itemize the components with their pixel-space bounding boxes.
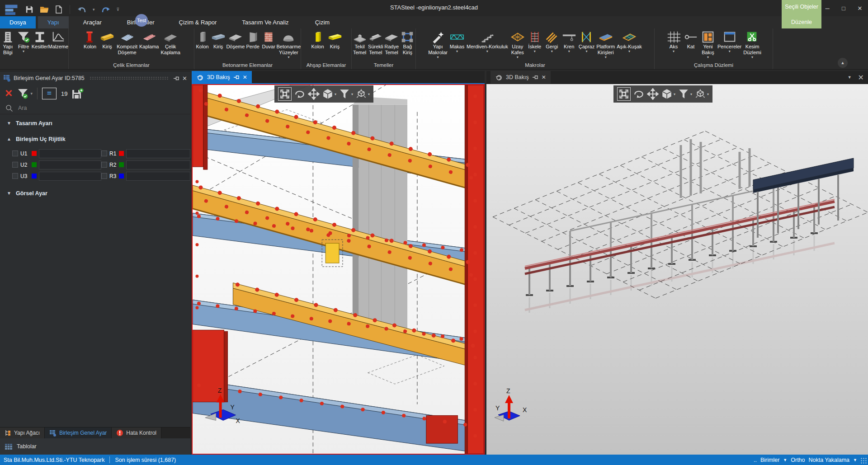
menu-tab-tasarim-analiz[interactable]: Tasarım Ve Analiz <box>236 16 295 28</box>
ribbon-item-yapi-bilgi[interactable]: YapıBilgi <box>0 30 16 56</box>
viewport-3d-overview[interactable]: Z Y X <box>486 84 868 455</box>
snap-caret[interactable]: ▼ <box>853 458 857 462</box>
ribbon-item-kaplama[interactable]: Kaplama <box>138 30 160 50</box>
units-caret[interactable]: ▼ <box>783 458 787 462</box>
ribbon-item-ba-kolon[interactable]: Kolon <box>194 30 210 50</box>
view-filter-button[interactable]: ▾ <box>339 88 353 100</box>
section-gorsel-ayar[interactable]: ▼ Görsel Ayar <box>0 186 190 200</box>
tab-yapi-agaci[interactable]: Yapı Ağacı <box>0 427 45 438</box>
pin-icon[interactable] <box>173 75 179 81</box>
r3-input[interactable] <box>126 172 190 181</box>
ribbon-item-iskele[interactable]: İskele <box>526 30 543 53</box>
ribbon-item-ba-kiris[interactable]: Kiriş <box>210 30 226 50</box>
orbit-button[interactable] <box>294 88 306 100</box>
orbit-button[interactable] <box>633 88 645 100</box>
ribbon-item-ba-doseme[interactable]: Döşeme <box>226 30 245 50</box>
zoom-fit-button[interactable] <box>617 87 631 101</box>
ribbon-item-kat[interactable]: Kat <box>682 30 699 50</box>
units-button[interactable]: Birimler <box>760 457 779 463</box>
ribbon-item-kesim-duzlemi[interactable]: KesimDüzlemi <box>742 30 762 59</box>
u1-checkbox[interactable] <box>12 150 18 156</box>
resize-grip[interactable] <box>861 458 867 464</box>
ribbon-item-duvar[interactable]: Duvar <box>261 30 277 50</box>
tab-birlesim-genel-ayar[interactable]: Birleşim Genel Ayar <box>45 427 112 438</box>
section-birlesim-uc-rijitlik[interactable]: ▲ Birleşim Uç Rijitlik <box>0 132 190 146</box>
menu-tab-cizim-rapor[interactable]: Çizim & Rapor <box>173 16 223 28</box>
r2-input[interactable] <box>126 160 190 169</box>
pan-button[interactable] <box>308 88 320 100</box>
ribbon-item-bag-kiris[interactable]: BağKiriş <box>400 30 415 56</box>
ribbon-collapse-button[interactable]: ▲ <box>838 58 848 68</box>
ortho-toggle[interactable]: Ortho <box>791 457 805 463</box>
viewport1-tab[interactable]: 3D Bakış ✕ <box>192 71 252 83</box>
panel-close-icon[interactable]: ✕ <box>182 75 187 82</box>
ribbon-item-merdiven-korkuluk[interactable]: Merdiven-Korkuluk <box>466 30 509 53</box>
menu-tab-araclar[interactable]: Araçlar <box>77 16 108 28</box>
ribbon-item-ba-yuzeyler[interactable]: BetonarmeYüzeyler <box>277 30 301 59</box>
ribbon-item-aks[interactable]: Aks <box>665 30 682 53</box>
ribbon-item-kesitler[interactable]: Kesitler <box>31 30 48 50</box>
save-apply-icon[interactable] <box>72 88 84 99</box>
close-icon[interactable]: ✕ <box>858 73 864 82</box>
menu-tab-dosya[interactable]: Dosya <box>0 16 36 28</box>
ribbon-item-ahsap-kiris[interactable]: Kiriş <box>326 30 344 50</box>
menu-tab-yapi[interactable]: Yapı <box>38 16 69 28</box>
r3-checkbox[interactable] <box>101 173 107 179</box>
maximize-button[interactable]: □ <box>835 0 852 16</box>
pin-icon[interactable] <box>233 75 240 80</box>
ribbon-item-celik-kiris[interactable]: Kiriş <box>99 30 116 50</box>
status-dots[interactable]: .. <box>754 457 757 463</box>
u3-checkbox[interactable] <box>12 173 18 179</box>
ribbon-item-perde[interactable]: Perde <box>245 30 261 50</box>
minimize-button[interactable]: ─ <box>819 0 835 16</box>
ribbon-item-kompozit-doseme[interactable]: KompozitDöşeme <box>116 30 138 56</box>
ribbon-item-filtre[interactable]: Filtre <box>16 30 32 53</box>
ribbon-item-platform-kirisleri[interactable]: PlatformKirişleri <box>595 30 616 59</box>
ribbon-item-pencereler[interactable]: Pencereler <box>717 30 742 53</box>
ribbon-item-asik-kusak[interactable]: Aşık-Kuşak <box>616 30 643 53</box>
ribbon-item-gergi[interactable]: Gergi <box>543 30 561 53</box>
u2-input[interactable] <box>39 160 101 169</box>
projection-button[interactable]: ▾ <box>355 88 370 100</box>
ribbon-item-yeni-bakis[interactable]: YeniBakış <box>699 30 717 59</box>
ribbon-item-tekil-temel[interactable]: TekilTemel <box>352 30 368 56</box>
tables-bar[interactable]: Tablolar <box>0 438 190 455</box>
pan-button[interactable] <box>647 88 659 100</box>
u2-checkbox[interactable] <box>12 162 18 168</box>
panel-drag-strip[interactable] <box>90 76 168 80</box>
ribbon-item-surekli-temel[interactable]: SürekliTemel <box>368 30 383 56</box>
view-cube-button[interactable]: ▾ <box>322 88 336 100</box>
tab-list-caret[interactable]: ▼ <box>848 75 852 80</box>
r1-input[interactable] <box>126 149 190 158</box>
delete-button[interactable]: ✕ <box>5 89 13 99</box>
menu-tab-cizim[interactable]: Çizim <box>309 16 336 28</box>
projection-button[interactable]: ▾ <box>694 88 709 100</box>
ribbon-item-ahsap-kolon[interactable]: Kolon <box>309 30 326 50</box>
ribbon-item-uzay-kafes[interactable]: UzayKafes <box>509 30 526 59</box>
filter-button[interactable]: ▾ <box>17 88 33 99</box>
close-icon[interactable]: ✕ <box>542 74 546 80</box>
r2-checkbox[interactable] <box>101 162 107 168</box>
equals-filter-button[interactable]: = <box>42 88 57 99</box>
u1-input[interactable] <box>39 149 101 158</box>
search-input[interactable] <box>17 104 185 112</box>
ribbon-item-malzeme[interactable]: Malzeme <box>48 30 68 50</box>
r1-checkbox[interactable] <box>101 150 107 156</box>
ribbon-item-radye-temel[interactable]: RadyeTemel <box>384 30 400 56</box>
close-icon[interactable]: ✕ <box>243 74 247 80</box>
ribbon-item-yapi-makrolar[interactable]: YapıMakrolar <box>427 30 448 59</box>
ribbon-item-capraz[interactable]: Çapraz <box>578 30 595 53</box>
viewport2-tab[interactable]: 3D Bakış ✕ <box>491 71 551 84</box>
selected-objects-button[interactable]: Seçili Objeler Düzenle <box>782 0 821 28</box>
view-cube-button[interactable]: ▾ <box>661 88 675 100</box>
tab-hata-kontrol[interactable]: Hata Kontrol <box>112 427 161 438</box>
ribbon-item-celik-kaplama[interactable]: ÇelikKaplama <box>160 30 181 56</box>
ribbon-item-celik-kolon[interactable]: Kolon <box>81 30 99 50</box>
section-tasarim-ayari[interactable]: ▼ Tasarım Ayarı <box>0 116 190 130</box>
u3-input[interactable] <box>39 172 101 181</box>
view-filter-button[interactable]: ▾ <box>678 88 692 100</box>
pin-icon[interactable] <box>532 75 538 80</box>
zoom-fit-button[interactable] <box>278 87 292 101</box>
snap-button[interactable]: Nokta Yakalama <box>809 457 850 463</box>
close-button[interactable]: ✕ <box>852 0 868 16</box>
